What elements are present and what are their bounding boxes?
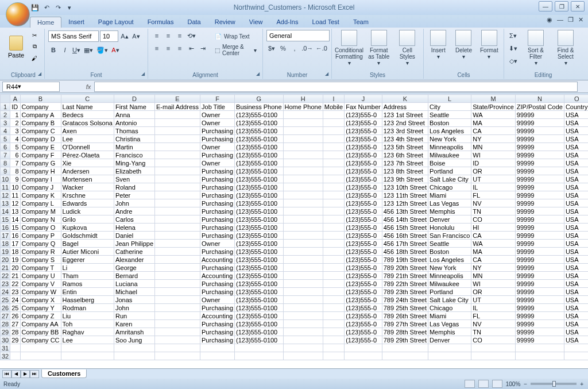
cell[interactable]: 99999 bbox=[515, 240, 564, 248]
cell[interactable]: TN bbox=[471, 207, 516, 215]
cell[interactable] bbox=[283, 135, 323, 143]
cell[interactable] bbox=[20, 344, 61, 352]
cell[interactable]: 99999 bbox=[515, 320, 564, 328]
fill-icon[interactable]: ⬇▾ bbox=[508, 43, 519, 54]
cell[interactable] bbox=[155, 312, 200, 320]
row-header[interactable]: 3 bbox=[1, 119, 10, 127]
cell[interactable]: 789 22th Street bbox=[382, 280, 428, 288]
cell[interactable]: Purchasing bbox=[200, 328, 235, 336]
cell[interactable] bbox=[283, 256, 323, 264]
cell[interactable]: Carlos bbox=[114, 215, 154, 224]
middle-align-icon[interactable]: ≡ bbox=[163, 30, 173, 41]
cell[interactable]: 7 bbox=[10, 159, 20, 167]
cell[interactable]: 789 23th Street bbox=[382, 288, 428, 296]
cell[interactable]: Purchasing bbox=[200, 175, 235, 183]
cell[interactable] bbox=[323, 143, 344, 151]
cell[interactable]: USA bbox=[564, 256, 588, 264]
cell[interactable]: Portland bbox=[428, 288, 471, 296]
cell[interactable]: 99999 bbox=[515, 143, 564, 151]
cell[interactable]: Seattle bbox=[428, 111, 471, 119]
cell[interactable]: Luciana bbox=[114, 280, 154, 288]
cell[interactable]: IL bbox=[471, 304, 516, 312]
cell[interactable]: 26 bbox=[10, 312, 20, 320]
cell[interactable]: (123)555-0 bbox=[345, 175, 382, 183]
cell[interactable]: USA bbox=[564, 328, 588, 336]
cell[interactable]: Owner bbox=[200, 240, 235, 248]
cell[interactable]: Company K bbox=[20, 191, 61, 199]
conditional-formatting-button[interactable]: Conditional Formatting▾ bbox=[335, 30, 363, 66]
cell[interactable]: USA bbox=[564, 119, 588, 127]
cell[interactable]: Bagel bbox=[61, 240, 114, 248]
cell[interactable]: (123)555-0 bbox=[345, 215, 382, 224]
cell[interactable]: USA bbox=[564, 320, 588, 328]
cell[interactable]: MN bbox=[471, 143, 516, 151]
cell[interactable]: Chicago bbox=[428, 304, 471, 312]
cell[interactable]: Business Phone bbox=[235, 103, 284, 111]
cell[interactable]: 29 bbox=[10, 336, 20, 344]
cell[interactable] bbox=[323, 151, 344, 159]
cell[interactable]: Sven bbox=[114, 175, 154, 183]
cell[interactable] bbox=[283, 248, 323, 256]
cell[interactable]: 19 bbox=[10, 256, 20, 264]
cell[interactable]: 99999 bbox=[515, 183, 564, 191]
cell[interactable]: (123)555-0100 bbox=[235, 320, 284, 328]
cell[interactable]: Krschne bbox=[61, 191, 114, 199]
cell[interactable]: (123)555-0100 bbox=[235, 296, 284, 304]
tab-next-icon[interactable]: ▶ bbox=[21, 370, 30, 378]
cell[interactable]: Salt Lake City bbox=[428, 296, 471, 304]
cell[interactable] bbox=[323, 119, 344, 127]
cell[interactable]: 1 bbox=[10, 111, 20, 119]
cell[interactable]: (123)555-0 bbox=[345, 312, 382, 320]
cell[interactable] bbox=[61, 344, 114, 352]
col-header-C[interactable]: C bbox=[61, 95, 114, 103]
cell[interactable]: Company CC bbox=[20, 336, 61, 344]
cell[interactable]: 99999 bbox=[515, 264, 564, 272]
cell[interactable] bbox=[283, 232, 323, 240]
cell[interactable]: (123)555-0 bbox=[345, 296, 382, 304]
cell[interactable]: 99999 bbox=[515, 336, 564, 344]
cell[interactable] bbox=[323, 207, 344, 215]
cell[interactable]: (123)555-0 bbox=[345, 224, 382, 232]
cell[interactable]: 24 bbox=[10, 296, 20, 304]
cell[interactable]: 21 bbox=[10, 272, 20, 280]
find-select-button[interactable]: Find & Select▾ bbox=[552, 30, 579, 71]
cell[interactable]: (123)555-0100 bbox=[235, 151, 284, 159]
cell[interactable]: USA bbox=[564, 143, 588, 151]
cell[interactable]: (123)555-0100 bbox=[235, 280, 284, 288]
cell[interactable]: Purchasing bbox=[200, 264, 235, 272]
cell[interactable]: 11 bbox=[10, 191, 20, 199]
cell[interactable]: 99999 bbox=[515, 280, 564, 288]
cell[interactable] bbox=[114, 352, 154, 360]
cell[interactable]: (123)555-0100 bbox=[235, 191, 284, 199]
cell[interactable]: Peter bbox=[114, 191, 154, 199]
grow-font-icon[interactable]: A▴ bbox=[119, 30, 130, 42]
cell[interactable]: Company U bbox=[20, 272, 61, 280]
cell[interactable]: 99999 bbox=[515, 256, 564, 264]
cell[interactable]: 28 bbox=[10, 328, 20, 336]
cell[interactable]: New York bbox=[428, 135, 471, 143]
row-header[interactable]: 9 bbox=[1, 167, 10, 175]
cell[interactable]: (123)555-0100 bbox=[235, 159, 284, 167]
dialog-launcher-icon[interactable]: ◢ bbox=[140, 71, 146, 78]
cell[interactable] bbox=[155, 215, 200, 224]
cell[interactable]: (123)555-0 bbox=[345, 111, 382, 119]
cell[interactable] bbox=[155, 127, 200, 135]
cell[interactable]: Grilo bbox=[61, 215, 114, 224]
decrease-decimal-icon[interactable]: ←.0 bbox=[315, 43, 328, 54]
cell[interactable]: FL bbox=[471, 312, 516, 320]
zoom-in-icon[interactable]: + bbox=[580, 381, 583, 387]
cell[interactable]: Edwards bbox=[61, 199, 114, 207]
cell[interactable]: (123)555-0100 bbox=[235, 111, 284, 119]
cell[interactable] bbox=[155, 248, 200, 256]
cell[interactable]: Hasselberg bbox=[61, 296, 114, 304]
cell[interactable] bbox=[155, 320, 200, 328]
cell[interactable] bbox=[235, 344, 284, 352]
cell[interactable]: USA bbox=[564, 175, 588, 183]
row-header[interactable]: 10 bbox=[1, 175, 10, 183]
cell[interactable]: (123)555-0100 bbox=[235, 312, 284, 320]
cell[interactable]: Company F bbox=[20, 151, 61, 159]
row-header[interactable]: 30 bbox=[1, 336, 10, 344]
cell[interactable]: 789 24th Street bbox=[382, 296, 428, 304]
tab-add-ins[interactable]: Add-Ins bbox=[269, 17, 305, 28]
cell[interactable] bbox=[155, 199, 200, 207]
